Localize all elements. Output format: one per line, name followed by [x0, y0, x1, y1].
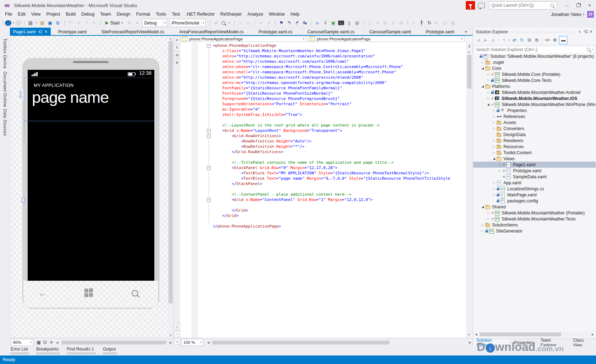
menu-item-resharper[interactable]: ReSharper: [217, 11, 244, 18]
menu-item-file[interactable]: File: [2, 11, 15, 18]
vertical-split-icon[interactable]: ▯: [174, 324, 180, 330]
breadcrumb-right[interactable]: phone:PhoneApplicationPage ▾: [308, 36, 465, 42]
xaml-designer[interactable]: 12:38 MY APPLICATION page name ← (161) ▲…: [10, 36, 173, 338]
sidebar-tab-toolbox[interactable]: Toolbox: [2, 38, 7, 54]
expander-collapsed-icon[interactable]: ▷: [492, 127, 496, 130]
expander-collapsed-icon[interactable]: ▷: [486, 97, 491, 100]
tree-item-designdata[interactable]: DesignData: [473, 131, 596, 138]
chevron-down-icon[interactable]: ▾: [302, 37, 305, 40]
menu-item-debug[interactable]: Debug: [78, 11, 97, 18]
expander-collapsed-icon[interactable]: ▷: [492, 151, 496, 154]
quick-launch-box[interactable]: [489, 1, 557, 10]
panel-tab-error-list[interactable]: Error List: [11, 346, 31, 355]
menu-item-help[interactable]: Help: [288, 11, 303, 18]
tree-item-renderers[interactable]: ▷Renderers: [473, 138, 596, 144]
quick-launch-input[interactable]: [489, 3, 550, 8]
collapse-region-icon[interactable]: −: [207, 198, 211, 202]
chevron-down-icon[interactable]: ▾: [121, 21, 123, 24]
copy-out-icon[interactable]: ⊡: [441, 19, 449, 27]
tree-item-mainpage-xaml[interactable]: ▷MainPage.xaml: [473, 192, 596, 198]
clear-bookmarks-icon[interactable]: ↹: [301, 19, 309, 27]
panel-tab-breakpoints[interactable]: Breakpoints: [36, 346, 62, 355]
designer-zoom-combo[interactable]: 80%▾: [11, 339, 33, 346]
preview-selected-items-icon[interactable]: ▬: [559, 36, 567, 44]
expander-collapsed-icon[interactable]: ▷: [492, 193, 496, 196]
save-icon[interactable]: ▣: [46, 19, 54, 27]
restart-icon[interactable]: ↻: [125, 19, 133, 27]
toggle-bookmark-icon[interactable]: ⚑: [277, 19, 285, 27]
scroll-right-icon[interactable]: ▶: [468, 341, 473, 344]
expander-collapsed-icon[interactable]: ▷: [486, 91, 491, 94]
solution-explorer-search[interactable]: ▾: [474, 46, 595, 54]
feedback-icon[interactable]: [478, 3, 485, 8]
expander-expanded-icon[interactable]: ◢: [480, 67, 485, 70]
editor-vertical-scrollbar[interactable]: ⇕ ▲ ▼: [466, 42, 473, 338]
tree-item-solution-silkweb-mobile-mountainweather-[interactable]: Solution 'Silkweb.Mobile.MountainWeather…: [473, 53, 596, 59]
tree-item-packages-config[interactable]: packages.config: [473, 198, 596, 204]
tree-item-references[interactable]: ▷References: [473, 113, 596, 119]
tab-prototype-xaml[interactable]: Prototype.xaml: [51, 28, 94, 36]
close-icon[interactable]: ✕: [588, 29, 594, 34]
menu-item--net-reflector[interactable]: .NET Reflector: [183, 11, 217, 18]
expander-collapsed-icon[interactable]: ▷: [486, 79, 491, 82]
redo-icon[interactable]: ↷: [82, 19, 90, 27]
tree-item-converters[interactable]: ▷Converters: [473, 125, 596, 131]
minimize-button[interactable]: —: [562, 1, 572, 9]
user-name[interactable]: Jonathan Yates: [551, 12, 581, 17]
scroll-down-icon[interactable]: ▼: [168, 333, 173, 338]
panel-tab-output[interactable]: Output: [103, 346, 119, 355]
home-icon[interactable]: ⌂: [489, 37, 497, 44]
sidebar-tab-device[interactable]: Device: [2, 55, 7, 68]
copy-item-icon[interactable]: ⧉: [381, 19, 389, 27]
tab-prototype-xaml-cs[interactable]: Prototype.xaml.cs: [251, 28, 300, 36]
error-document-caret-icon[interactable]: ▾: [374, 19, 381, 27]
expander-collapsed-icon[interactable]: ▷: [492, 187, 496, 190]
sidebar-tab-document-outline[interactable]: Document Outline: [2, 72, 7, 107]
refresh-connection-icon[interactable]: ↻: [425, 19, 433, 27]
redo-caret-icon[interactable]: ▾: [90, 19, 98, 27]
editor-horizontal-scrollbar[interactable]: [211, 340, 467, 345]
tab-prototype-xaml[interactable]: Prototype.xaml: [418, 28, 462, 36]
snaplines-icon[interactable]: ✛: [48, 339, 55, 346]
tree-item-localizedstrings-cs[interactable]: ▷LocalizedStrings.cs: [473, 186, 596, 192]
properties-window-icon[interactable]: ⚙: [551, 37, 558, 44]
tree-item--nuget[interactable]: ▷.nuget: [473, 59, 596, 65]
chevron-down-icon[interactable]: ▾: [460, 37, 464, 40]
back-icon[interactable]: ◀: [474, 37, 482, 44]
split-window-grip-icon[interactable]: ⇕: [466, 43, 473, 49]
collapse-region-icon[interactable]: −: [207, 134, 211, 138]
previous-bookmark-icon[interactable]: ↰: [285, 19, 293, 27]
tab-carouselsample-xaml[interactable]: CarouselSample.xaml: [362, 28, 418, 36]
menu-item-analyze[interactable]: Analyze: [245, 11, 266, 18]
design-view-icon[interactable]: ▤: [174, 52, 180, 58]
deploy-target-combo[interactable]: iPhoneSimulator▾: [169, 19, 206, 27]
expander-collapsed-icon[interactable]: ▷: [492, 139, 496, 142]
notifications-icon[interactable]: [466, 1, 475, 10]
chevron-down-icon[interactable]: ▾: [162, 19, 167, 27]
device-window-icon[interactable]: ▯: [345, 19, 353, 27]
refresh-icon[interactable]: ↻: [518, 37, 525, 44]
expander-collapsed-icon[interactable]: ▷: [486, 73, 491, 76]
undo-icon[interactable]: ↶: [67, 19, 74, 27]
tab-page1-xaml[interactable]: Page1.xaml✕: [10, 28, 51, 36]
breadcrumb-left[interactable]: phone:PhoneApplicationPage ▾: [180, 36, 307, 42]
error-document-icon[interactable]: ▢: [366, 19, 374, 27]
open-file-icon[interactable]: ▦: [38, 19, 46, 27]
console-window-icon[interactable]: >_: [338, 21, 344, 25]
tree-horizontal-scrollbar[interactable]: ◀ ▶: [474, 332, 595, 337]
comment-selection-icon[interactable]: ≡: [257, 19, 265, 27]
tab-areaforecastreportviewmodel-cs[interactable]: AreaForecastReportViewModel.cs: [172, 28, 251, 36]
menu-item-build[interactable]: Build: [63, 11, 78, 18]
tree-item-silkweb-mobile-mountainweather-android[interactable]: ▷Silkweb.Mobile.MountainWeather.Android: [473, 89, 596, 95]
menu-item-edit[interactable]: Edit: [15, 11, 28, 18]
android-emulator-icon[interactable]: ▣: [329, 19, 337, 27]
tree-item-sitegenerator[interactable]: ▷SiteGenerator: [473, 228, 596, 234]
navigate-backward-caret-icon[interactable]: ▾: [11, 19, 15, 27]
expander-collapsed-icon[interactable]: ▷: [486, 211, 491, 214]
new-file-caret-icon[interactable]: ▾: [34, 19, 38, 27]
row-handle[interactable]: [22, 198, 25, 202]
navigate-backward-icon[interactable]: ←: [5, 20, 11, 26]
horizontal-split-icon[interactable]: −: [174, 331, 180, 337]
tree-item-shared[interactable]: ◢Shared: [473, 204, 596, 210]
tree-item-silkweb-mobile-mountainweather-ios[interactable]: ▷✓Silkweb.Mobile.MountainWeather.iOS: [473, 95, 596, 101]
